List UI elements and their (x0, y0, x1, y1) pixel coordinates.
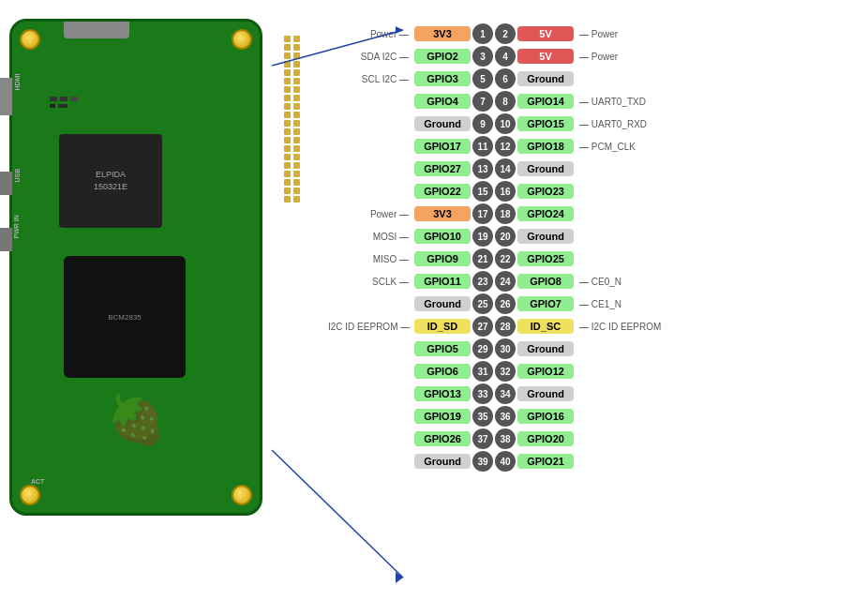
pin-chip-left: GPIO11 (414, 274, 471, 289)
gpio-pin (293, 69, 300, 76)
pin-chip-right: 5V (517, 49, 574, 64)
rpi-logo: 🍓 (107, 393, 165, 447)
pin-number-right: 30 (495, 338, 516, 359)
pin-number-left: 3 (472, 46, 493, 67)
gpio-pin (284, 69, 291, 76)
gpio-row: Power —3V31718GPIO24 (328, 203, 660, 224)
pin-chip-right: GPIO7 (517, 296, 574, 311)
pin-chip-right: GPIO21 (517, 454, 574, 469)
hdmi-label: HDMI (14, 74, 21, 91)
pin-number-right: 16 (495, 181, 516, 202)
gpio-pin-row (284, 154, 300, 160)
pin-number-right: 34 (495, 383, 516, 404)
pin-chip-right: Ground (517, 71, 574, 86)
pin-desc-right: — UART0_RXD (576, 119, 660, 129)
pin-number-left: 35 (472, 406, 493, 427)
gpio-pin (293, 86, 300, 93)
pin-number-right: 14 (495, 158, 516, 179)
gpio-pin (284, 145, 291, 152)
small-components (50, 97, 78, 108)
gpio-pin (284, 95, 291, 101)
raspberry-pi-board: HDMI USB PWR IN ELPIDA150321E (9, 19, 262, 516)
usb-port-2 (0, 228, 12, 251)
pin-desc-right: — PCM_CLK (576, 142, 660, 152)
pin-desc-left: I2C ID EEPROM — (328, 322, 412, 332)
processor-text: BCM2835 (108, 313, 142, 322)
pin-number-left: 9 (472, 113, 493, 134)
pin-number-left: 13 (472, 158, 493, 179)
gpio-pin (284, 188, 291, 194)
gpio-pin (293, 112, 300, 118)
gpio-pin (284, 36, 291, 42)
gpio-pin-row (284, 120, 300, 127)
pin-number-right: 12 (495, 136, 516, 157)
pin-chip-left: GPIO5 (414, 341, 471, 356)
pin-chip-right: GPIO18 (517, 139, 574, 154)
pin-desc-left: SDA I2C — (328, 52, 412, 62)
pin-chip-right: GPIO12 (517, 364, 574, 379)
gpio-pin (284, 44, 291, 51)
pin-number-right: 22 (495, 248, 516, 269)
pin-number-right: 4 (495, 46, 516, 67)
pin-chip-right: Ground (517, 386, 574, 401)
gpio-row: GPIO52930Ground (328, 338, 660, 359)
gpio-pin (284, 179, 291, 186)
gpio-pin (284, 61, 291, 68)
pin-chip-left: GPIO6 (414, 364, 471, 379)
gpio-pin (293, 162, 300, 169)
gpio-pin (293, 171, 300, 177)
gpio-row: GPIO221516GPIO23 (328, 181, 660, 202)
gpio-pin (293, 179, 300, 186)
pin-number-left: 37 (472, 428, 493, 449)
pin-number-right: 24 (495, 271, 516, 292)
gpio-pin-row (284, 69, 300, 76)
gpio-pin (293, 78, 300, 84)
gpio-row: SDA I2C —GPIO2345V— Power (328, 46, 660, 67)
gpio-pin-row (284, 44, 300, 51)
gpio-row: SCLK —GPIO112324GPIO8— CE0_N (328, 271, 660, 292)
gpio-pin-row (284, 145, 300, 152)
gpio-pin-row (284, 188, 300, 194)
pin-chip-right: GPIO23 (517, 184, 574, 199)
pin-desc-right: — CE0_N (576, 277, 660, 287)
pin-chip-left: GPIO10 (414, 229, 471, 244)
gpio-pin-row (284, 103, 300, 110)
pin-number-left: 5 (472, 68, 493, 89)
pin-number-left: 1 (472, 23, 493, 44)
pin-number-right: 40 (495, 451, 516, 472)
pin-number-right: 6 (495, 68, 516, 89)
pin-chip-left: GPIO2 (414, 49, 471, 64)
gpio-pin (284, 86, 291, 93)
gpio-pin (284, 137, 291, 143)
gpio-row: Power —3V3125V— Power (328, 23, 660, 44)
gpio-row: GPIO478GPIO14— UART0_TXD (328, 91, 660, 112)
gpio-pin (284, 53, 291, 59)
usb-label: USB (14, 169, 21, 183)
pwr-label: PWR IN (13, 215, 20, 238)
pin-number-right: 8 (495, 91, 516, 112)
board-area: HDMI USB PWR IN ELPIDA150321E (9, 19, 309, 591)
screw-top-left (20, 29, 40, 50)
pin-chip-right: GPIO14 (517, 94, 574, 109)
gpio-row: Ground910GPIO15— UART0_RXD (328, 113, 660, 134)
gpio-row: Ground2526GPIO7— CE1_N (328, 293, 660, 314)
pin-number-right: 28 (495, 316, 516, 337)
pin-chip-left: GPIO3 (414, 71, 471, 86)
pin-number-left: 23 (472, 271, 493, 292)
pin-number-right: 32 (495, 361, 516, 382)
pin-desc-left: SCL I2C — (328, 74, 412, 84)
gpio-pin (293, 36, 300, 42)
pin-chip-right: GPIO25 (517, 251, 574, 266)
pin-number-right: 26 (495, 293, 516, 314)
gpio-pin-row (284, 53, 300, 59)
pin-chip-left: GPIO9 (414, 251, 471, 266)
gpio-pin (284, 196, 291, 203)
pin-chip-right: Ground (517, 229, 574, 244)
pin-chip-left: GPIO26 (414, 431, 471, 446)
gpio-pin (293, 128, 300, 135)
gpio-pin-row (284, 128, 300, 135)
chip-text: ELPIDA150321E (94, 169, 127, 192)
pin-chip-right: Ground (517, 341, 574, 356)
pin-chip-right: Ground (517, 161, 574, 176)
gpio-pin (293, 154, 300, 160)
